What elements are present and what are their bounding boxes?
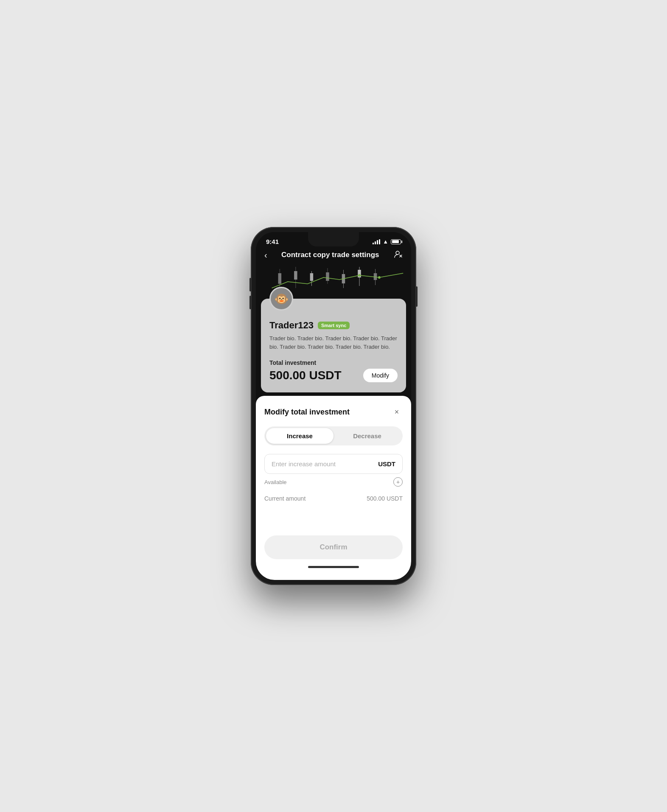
investment-amount: 500.00 USDT — [269, 369, 342, 382]
svg-point-17 — [358, 274, 361, 277]
investment-label: Total investment — [269, 359, 398, 366]
sheet-title: Modify total investment — [264, 408, 350, 417]
trader-name: Trader123 — [269, 320, 314, 331]
amount-input-container: USDT — [264, 454, 403, 474]
svg-rect-6 — [294, 271, 297, 280]
notch — [308, 232, 359, 246]
current-amount-row: Current amount 500.00 USDT — [264, 495, 403, 502]
current-amount-value: 500.00 USDT — [367, 495, 403, 502]
svg-rect-4 — [278, 273, 282, 284]
phone-screen: 9:41 ▲ ‹ Contract copy trade settings — [256, 232, 411, 580]
status-icons: ▲ — [373, 238, 401, 245]
add-funds-icon[interactable]: + — [393, 477, 403, 487]
toggle-container: Increase Decrease — [264, 426, 403, 445]
trader-card: 🐵 Trader123 Smart sync Trader bio. Trade… — [261, 299, 406, 392]
modify-button[interactable]: Modify — [363, 369, 398, 382]
investment-section: Total investment 500.00 USDT Modify — [269, 359, 398, 382]
svg-rect-10 — [326, 272, 329, 281]
available-row: Available + — [264, 477, 403, 487]
signal-icon — [373, 239, 380, 244]
smart-sync-badge: Smart sync — [318, 322, 350, 329]
decrease-tab[interactable]: Decrease — [334, 428, 401, 444]
wifi-icon: ▲ — [383, 238, 388, 245]
status-time: 9:41 — [266, 238, 279, 245]
trader-bio: Trader bio. Trader bio. Trader bio. Trad… — [269, 334, 398, 351]
investment-row: 500.00 USDT Modify — [269, 369, 398, 382]
available-label: Available — [264, 479, 287, 485]
back-button[interactable]: ‹ — [264, 250, 267, 260]
current-amount-label: Current amount — [264, 495, 305, 502]
avatar: 🐵 — [269, 287, 293, 311]
battery-icon — [391, 239, 401, 244]
home-indicator — [308, 566, 359, 568]
volume-down-button[interactable] — [249, 296, 251, 309]
svg-point-0 — [396, 251, 399, 255]
modify-bottom-sheet: Modify total investment × Increase Decre… — [256, 396, 411, 580]
increase-tab[interactable]: Increase — [266, 428, 334, 444]
sheet-header: Modify total investment × — [264, 406, 403, 418]
volume-up-button[interactable] — [249, 278, 251, 291]
trader-header: Trader123 Smart sync — [269, 320, 398, 331]
svg-point-18 — [378, 276, 381, 279]
svg-rect-8 — [310, 273, 314, 281]
page-title: Contract copy trade settings — [281, 251, 379, 259]
nav-header: ‹ Contract copy trade settings — [256, 245, 411, 265]
unfollow-icon[interactable] — [393, 249, 403, 260]
confirm-button[interactable]: Confirm — [264, 535, 403, 559]
power-button[interactable] — [416, 286, 418, 307]
phone-frame: 9:41 ▲ ‹ Contract copy trade settings — [251, 227, 416, 585]
currency-label: USDT — [378, 460, 395, 468]
close-button[interactable]: × — [391, 406, 403, 418]
amount-input[interactable] — [272, 460, 378, 468]
